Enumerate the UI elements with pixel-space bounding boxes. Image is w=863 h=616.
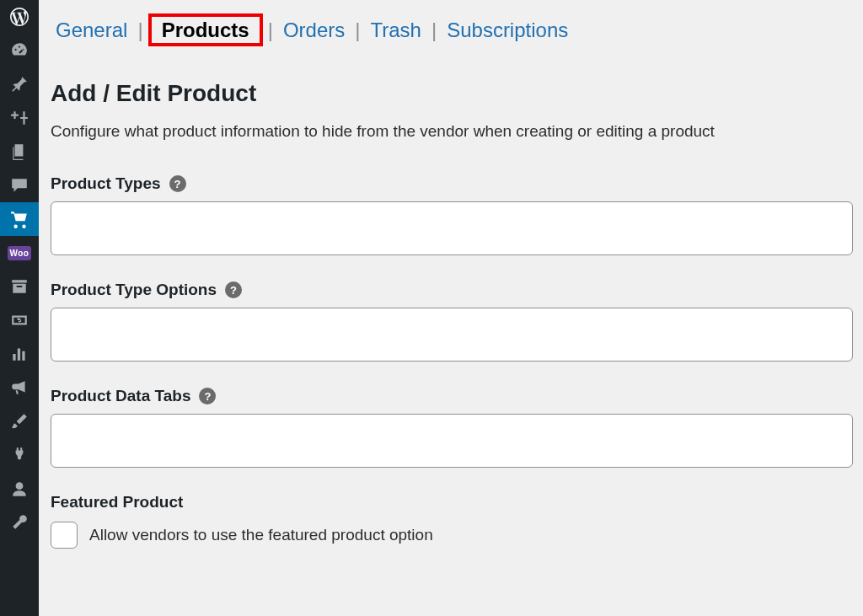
page-description: Configure what product information to hi… xyxy=(51,122,851,141)
field-featured-product: Featured Product Allow vendors to use th… xyxy=(51,493,851,549)
sidebar-item-appearance[interactable] xyxy=(0,404,39,438)
sidebar-item-analytics[interactable] xyxy=(0,337,39,371)
tab-separator: | xyxy=(432,17,437,43)
cart-icon xyxy=(10,210,29,228)
sidebar-item-plugins[interactable] xyxy=(0,438,39,472)
label-featured-product: Featured Product xyxy=(51,493,183,512)
money-icon xyxy=(10,311,29,329)
bar-chart-icon xyxy=(10,345,29,363)
tab-row: General | Products | Orders | Trash | Su… xyxy=(51,13,851,46)
tab-orders[interactable]: Orders xyxy=(278,13,350,46)
field-product-types: Product Types ? xyxy=(51,174,851,255)
sidebar-item-tools[interactable] xyxy=(0,506,39,539)
sidebar-item-pages[interactable] xyxy=(0,135,39,169)
tab-subscriptions[interactable]: Subscriptions xyxy=(442,13,573,46)
wrench-icon xyxy=(10,513,29,532)
dashboard-icon xyxy=(10,41,29,60)
archive-icon xyxy=(10,277,29,296)
sidebar-item-dashboard[interactable] xyxy=(0,34,39,67)
tab-products-highlight: Products xyxy=(148,13,263,46)
tab-separator: | xyxy=(137,17,142,43)
comment-icon xyxy=(10,176,29,195)
user-icon xyxy=(10,479,29,498)
label-product-data-tabs: Product Data Tabs xyxy=(51,387,190,405)
main-content: General | Products | Orders | Trash | Su… xyxy=(39,0,863,616)
tab-trash[interactable]: Trash xyxy=(365,13,426,46)
label-product-type-options: Product Type Options xyxy=(51,281,217,299)
label-product-types: Product Types xyxy=(51,174,161,193)
sidebar-item-woocommerce[interactable]: Woo xyxy=(0,236,39,270)
sidebar-item-users[interactable] xyxy=(0,472,39,506)
sidebar-item-marketing[interactable] xyxy=(0,371,39,404)
input-product-types[interactable] xyxy=(51,201,853,255)
sidebar-item-wordpress[interactable] xyxy=(0,0,39,34)
input-product-type-options[interactable] xyxy=(51,308,853,362)
tab-separator: | xyxy=(355,17,360,43)
sidebar-item-payments[interactable] xyxy=(0,303,39,337)
sidebar-item-comments[interactable] xyxy=(0,169,39,202)
sidebar-item-cart[interactable] xyxy=(0,202,39,236)
pin-icon xyxy=(10,75,29,94)
page-title: Add / Edit Product xyxy=(51,80,851,107)
input-product-data-tabs[interactable] xyxy=(51,414,853,468)
tab-products[interactable]: Products xyxy=(157,15,255,45)
plug-icon xyxy=(10,446,29,464)
sidebar-item-settings[interactable] xyxy=(0,101,39,135)
pages-icon xyxy=(10,142,29,161)
help-icon[interactable]: ? xyxy=(199,388,216,404)
help-icon[interactable]: ? xyxy=(169,175,186,192)
help-icon[interactable]: ? xyxy=(225,281,242,298)
sliders-icon xyxy=(10,109,29,127)
tab-separator: | xyxy=(268,17,273,43)
admin-sidebar: Woo xyxy=(0,0,39,616)
sidebar-item-archive[interactable] xyxy=(0,270,39,303)
woo-badge: Woo xyxy=(8,246,32,260)
tab-general[interactable]: General xyxy=(51,13,132,46)
field-product-data-tabs: Product Data Tabs ? xyxy=(51,387,851,468)
brush-icon xyxy=(10,412,29,431)
field-product-type-options: Product Type Options ? xyxy=(51,281,851,362)
featured-product-option-text: Allow vendors to use the featured produc… xyxy=(89,526,433,544)
wordpress-icon xyxy=(10,8,29,26)
checkbox-featured-product[interactable] xyxy=(51,522,78,549)
megaphone-icon xyxy=(10,378,29,397)
sidebar-item-posts[interactable] xyxy=(0,67,39,101)
